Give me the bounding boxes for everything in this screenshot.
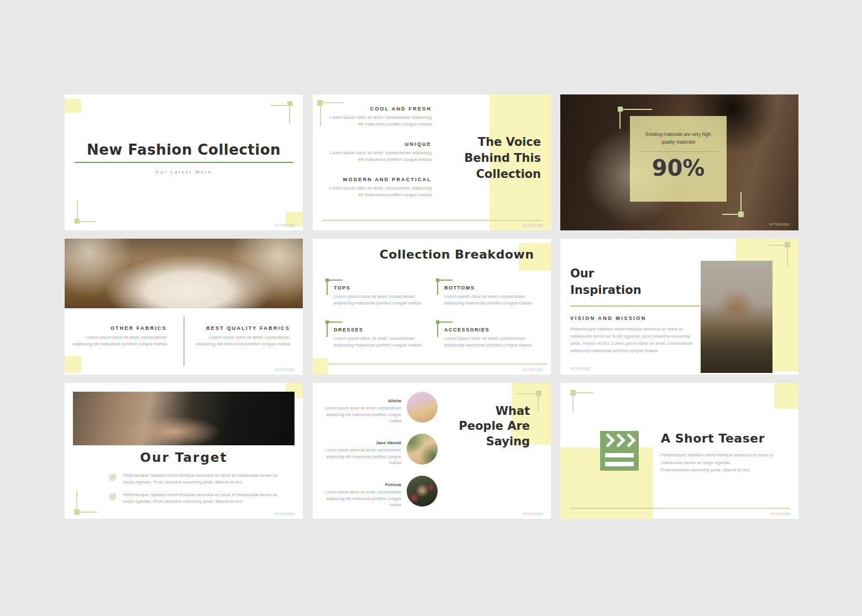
corner-accent-square [287,101,292,106]
corner-accent-line [769,245,786,246]
item-body: Lorem ipsum dolor sit amet, consectetuer… [444,293,543,307]
testimonial-name: Alisha [321,398,401,403]
item-accent-line [327,320,328,337]
feature-list: COOL AND FRESH Lorem ipsum dolor sit ame… [327,106,432,198]
item-heading: BOTTOMS [444,285,475,291]
item-body: Lorem ipsum dolor sit amet, consectetuer… [334,293,432,307]
slide-1-title: New Fashion Collection Our Latest Work a… [65,94,303,230]
testimonial-body: Lorem ipsum dolor sit amet, consectetuer… [321,489,401,508]
testimonial-body: Lorem ipsum dolor sit amet, consectetuer… [321,405,401,424]
slide-3-statistic: Existing materials are very high quality… [560,94,798,230]
feature-body: Lorem ipsum dolor sit amet, consectetuer… [327,114,432,128]
slide-title: What People Are Saying [408,404,530,449]
section-body: Pellentesque habitant morbi tristique se… [570,326,696,355]
item-accent-line [436,322,453,323]
feature-body: Lorem ipsum dolor sit amet, consectetuer… [327,185,432,199]
slide-deck-preview: New Fashion Collection Our Latest Work a… [0,0,862,616]
section-heading: VISION AND MISSION [570,315,646,321]
feature-heading: COOL AND FRESH [327,106,432,112]
column-heading: OTHER FABRICS [70,325,167,331]
stat-value: 90% [630,155,727,181]
title-line: People Are [408,419,530,434]
corner-accent-line [618,109,652,110]
corner-accent-square [536,391,542,396]
slide-4-fabrics: OTHER FABRICS Lorem ipsum dolor sit amet… [65,239,303,375]
yellow-accent-square [774,383,798,409]
slide-2-voice: COOL AND FRESH Lorem ipsum dolor sit ame… [313,94,551,230]
item-body: Lorem ipsum dolor sit amet, consectetuer… [334,335,432,349]
feature-heading: UNIQUE [327,141,432,147]
item-accent-line [437,320,438,337]
feature-item: UNIQUE Lorem ipsum dolor sit amet, conse… [327,141,432,164]
title-line: Our [570,265,642,282]
watermark: archipelago [523,512,543,515]
fabric-column: BEST QUALITY FABRICS Lorem ipsum dolor s… [189,325,290,348]
title-line: The Voice [419,134,541,150]
testimonial-body: Lorem ipsum dolor sit amet, consectetuer… [321,447,401,466]
corner-accent-line [317,102,344,103]
chevron-glyph [622,433,635,447]
stat-overlay: Existing materials are very high quality… [630,116,727,202]
target-icon [109,492,117,503]
title-line: What [408,404,530,419]
corner-accent-line [77,221,96,222]
photo-dress-legs [73,392,295,445]
slide-7-target: Our Target Pellentesque habitant morbi t… [65,383,303,519]
item-accent-line [325,322,342,323]
teaser-body: Pellentesque habitant morbi tristique se… [661,451,787,474]
teaser-body-line: Pellentesque habitant morbi tristique se… [661,451,787,466]
corner-accent-line [517,393,538,394]
yellow-accent-square [65,99,81,113]
item-heading: TOPS [334,285,350,291]
title-underline [570,306,700,307]
divider [637,151,720,152]
clapper-bar [605,453,634,457]
testimonial: Jane Harold Lorem ipsum dolor sit amet, … [321,440,401,466]
title-underline [75,162,293,163]
slide-title: The Voice Behind This Collection [419,134,541,182]
corner-accent-line [76,491,77,511]
corner-accent-line [77,201,78,220]
slide-subtitle: Our Latest Work [65,170,303,175]
item-accent-line [437,278,438,295]
slide-8-testimonials: Alisha Lorem ipsum dolor sit amet, conse… [313,383,551,519]
corner-accent-square [738,212,744,217]
testimonial: Alisha Lorem ipsum dolor sit amet, conse… [321,398,401,424]
slide-title: Our Target [65,450,303,465]
corner-accent-line [538,393,539,412]
corner-accent-line [572,390,574,412]
watermark: archipelago [570,366,591,370]
footer-accent-line [570,508,790,509]
corner-accent-line [722,214,739,215]
watermark: archipelago [275,223,295,227]
corner-accent-square [618,107,623,112]
testimonial: Petricia Lorem ipsum dolor sit amet, con… [321,482,401,508]
feature-item: COOL AND FRESH Lorem ipsum dolor sit ame… [327,106,432,128]
corner-accent-line [570,392,593,393]
corner-accent-line [787,245,788,267]
clapper-bar [605,462,634,466]
yellow-accent-square [65,356,81,373]
title-line: Collection [419,166,541,182]
watermark: archipelago [275,367,295,371]
item-body: Lorem ipsum dolor sit amet, consectetuer… [444,335,543,349]
title-line: Behind This [419,150,541,166]
watermark: archipelago [523,367,543,371]
column-divider [183,317,185,366]
feature-item: MODERN AND PRACTICAL Lorem ipsum dolor s… [327,177,432,199]
corner-accent-line [320,100,321,127]
testimonial-name: Jane Harold [321,440,401,445]
clapperboard-icon [600,431,639,471]
target-icon [109,473,117,483]
title-line: Saying [408,434,530,449]
bullet-text: Pellentesque habitant morbi tristique se… [123,492,289,506]
corner-accent-line [740,192,742,213]
feature-heading: MODERN AND PRACTICAL [327,177,432,182]
item-accent-line [436,280,453,281]
watermark: archipelago [275,512,295,515]
slide-title: A Short Teaser [661,431,765,445]
item-accent-line [327,278,328,295]
item-accent-line [325,280,342,281]
feature-body: Lorem ipsum dolor sit amet, consectetuer… [327,150,432,164]
watermark: archipelago [523,223,543,227]
